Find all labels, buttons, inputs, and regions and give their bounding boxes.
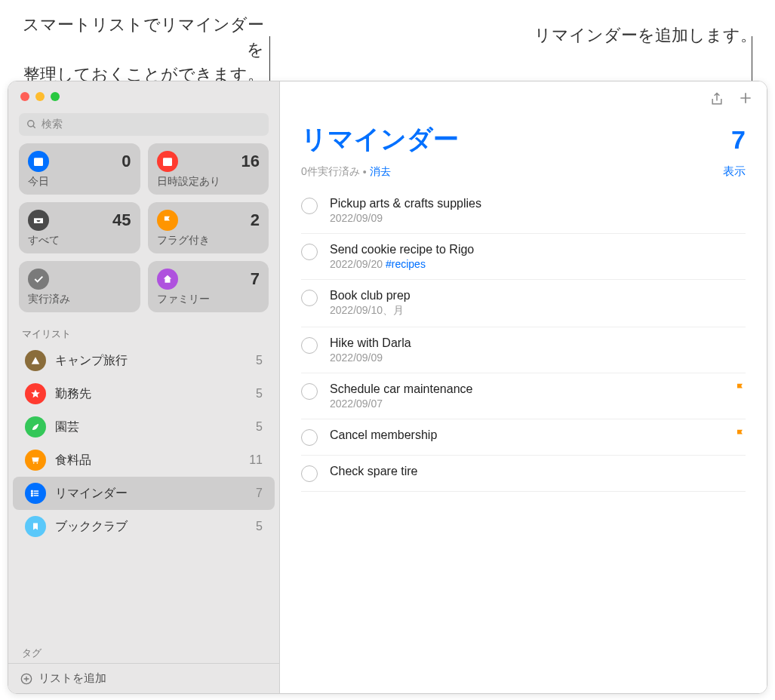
smartlist-count: 7: [251, 269, 260, 289]
share-icon: [709, 91, 724, 107]
list-title: リマインダー: [301, 122, 459, 157]
reminder-item[interactable]: Cancel membership: [301, 419, 746, 456]
reminder-title: Schedule car maintenance: [330, 382, 729, 396]
add-reminder-button[interactable]: [738, 91, 753, 110]
complete-checkbox[interactable]: [301, 465, 318, 482]
list-item[interactable]: 食料品 11: [13, 444, 275, 477]
smartlist-count: 45: [112, 210, 131, 230]
complete-checkbox[interactable]: [301, 337, 318, 354]
list-name: キャンプ旅行: [55, 353, 256, 369]
complete-checkbox[interactable]: [301, 429, 318, 446]
mylists: キャンプ旅行 5 勤務先 5 園芸 5 食料品 11 リマインダー 7 ブックク…: [8, 344, 279, 640]
svg-point-9: [31, 495, 32, 496]
fullscreen-button[interactable]: [51, 92, 60, 101]
search-placeholder: 検索: [42, 118, 63, 131]
tags-header: タグ: [8, 640, 279, 663]
smartlist-card[interactable]: 16 日時設定あり: [148, 143, 269, 195]
list-name: 園芸: [55, 419, 256, 435]
share-button[interactable]: [709, 91, 724, 110]
reminder-title: Cancel membership: [330, 428, 729, 442]
calendar-icon: [28, 151, 49, 172]
list-name: 勤務先: [55, 386, 256, 402]
callout-line: [752, 36, 752, 84]
calendar-icon: [157, 151, 178, 172]
complete-checkbox[interactable]: [301, 383, 318, 400]
svg-point-0: [28, 121, 34, 127]
smartlist-label: 日時設定あり: [157, 175, 260, 189]
plus-circle-icon: [20, 673, 32, 685]
list-count: 7: [256, 487, 263, 500]
smartlist-count: 2: [251, 210, 260, 230]
reminder-item[interactable]: Hike with Darla 2022/09/09: [301, 327, 746, 373]
flag-icon: [735, 428, 746, 442]
list-item[interactable]: 勤務先 5: [13, 377, 275, 410]
smartlist-card[interactable]: 45 すべて: [19, 202, 140, 253]
tent-icon: [25, 350, 46, 371]
list-count: 5: [256, 387, 263, 401]
search-input[interactable]: 検索: [19, 113, 269, 136]
reminder-title: Check spare tire: [330, 465, 746, 478]
complete-checkbox[interactable]: [301, 244, 318, 260]
reminder-item[interactable]: Send cookie recipe to Rigo 2022/09/20 #r…: [301, 234, 746, 280]
minimize-button[interactable]: [35, 92, 45, 101]
svg-rect-3: [163, 158, 172, 166]
list-item[interactable]: 園芸 5: [13, 410, 275, 444]
smartlist-label: すべて: [28, 234, 131, 247]
mylists-header: マイリスト: [8, 321, 279, 344]
bookmark-icon: [25, 516, 46, 537]
toolbar: [280, 81, 767, 115]
flag-icon: [157, 210, 178, 231]
add-list-button[interactable]: リストを追加: [8, 663, 279, 693]
smartlist-count: 16: [241, 152, 260, 171]
show-button[interactable]: 表示: [723, 164, 746, 179]
list-count: 7: [731, 125, 746, 155]
close-button[interactable]: [20, 92, 29, 101]
completed-count: 0件実行済み: [301, 165, 360, 179]
svg-point-7: [31, 490, 32, 492]
svg-rect-2: [34, 158, 43, 166]
reminder-item[interactable]: Pickup arts & crafts supplies 2022/09/09: [301, 188, 746, 234]
smartlist-label: 実行済み: [28, 293, 131, 306]
reminder-item[interactable]: Schedule car maintenance 2022/09/07: [301, 373, 746, 419]
list-name: リマインダー: [55, 486, 256, 502]
list-item[interactable]: リマインダー 7: [13, 477, 275, 510]
cart-icon: [25, 450, 46, 471]
reminder-date: 2022/09/09: [330, 352, 746, 364]
smartlist-grid: 0 今日 16 日時設定あり 45 すべて 2 フラグ付き 実行済み 7 ファミ…: [8, 143, 279, 321]
reminder-item[interactable]: Book club prep 2022/09/10、月: [301, 280, 746, 327]
list-name: ブッククラブ: [55, 519, 256, 535]
reminder-title: Send cookie recipe to Rigo: [330, 243, 746, 256]
callout-smartlist: スマートリストでリマインダーを 整理しておくことができます。: [15, 12, 264, 87]
list-count: 11: [249, 453, 263, 467]
list-count: 5: [256, 520, 263, 533]
svg-point-8: [31, 493, 32, 494]
list-item[interactable]: ブッククラブ 5: [13, 510, 275, 543]
status-row: 0件実行済み • 消去 表示: [280, 160, 767, 188]
smartlist-label: ファミリー: [157, 293, 260, 306]
smartlist-label: フラグ付き: [157, 234, 260, 247]
check-icon: [28, 269, 49, 290]
complete-checkbox[interactable]: [301, 198, 318, 214]
flag-icon: [735, 382, 746, 396]
tray-icon: [28, 210, 49, 231]
reminder-title: Pickup arts & crafts supplies: [330, 197, 746, 210]
search-icon: [26, 119, 37, 130]
smartlist-card[interactable]: 7 ファミリー: [148, 261, 269, 312]
callout-add: リマインダーを追加します。: [485, 23, 757, 48]
reminder-item[interactable]: Check spare tire: [301, 456, 746, 492]
reminder-title: Book club prep: [330, 289, 746, 302]
reminder-tag[interactable]: #recipes: [386, 258, 426, 270]
smartlist-card[interactable]: 0 今日: [19, 143, 140, 195]
list-count: 5: [256, 354, 263, 367]
list-item[interactable]: キャンプ旅行 5: [13, 344, 275, 377]
complete-checkbox[interactable]: [301, 290, 318, 306]
list-icon: [25, 483, 46, 504]
smartlist-card[interactable]: 2 フラグ付き: [148, 202, 269, 253]
leaf-icon: [25, 416, 46, 438]
smartlist-label: 今日: [28, 175, 131, 189]
smartlist-card[interactable]: 実行済み: [19, 261, 140, 312]
add-list-label: リストを追加: [38, 671, 106, 686]
smartlist-count: 0: [121, 152, 131, 171]
clear-button[interactable]: 消去: [370, 165, 391, 179]
reminder-date: 2022/09/07: [330, 398, 729, 410]
